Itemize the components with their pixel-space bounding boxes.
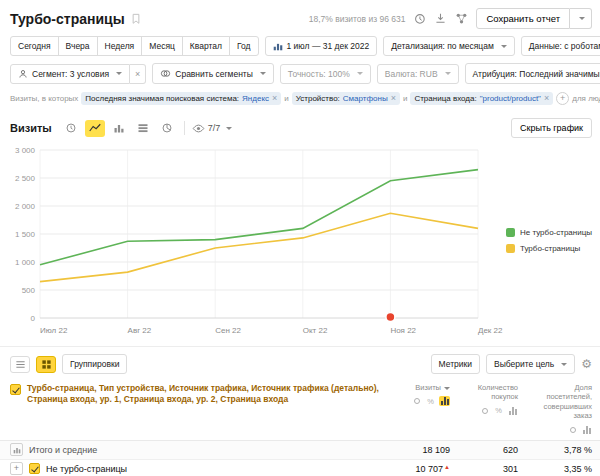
hide-chart-button[interactable]: Скрыть график [511,118,592,138]
row-checkbox[interactable] [29,463,40,474]
accuracy-select[interactable]: Точность: 100% [280,64,371,84]
save-report-dropdown[interactable] [570,8,592,29]
period-year[interactable]: Год [229,36,259,56]
y-axis-label: 3 000 [15,146,36,155]
filter-prefix: Визиты, в которых [10,94,78,103]
legend-label: Не турбо-страницы [520,228,592,237]
filter-chip-device[interactable]: Устройство: Смартфоны [292,92,400,105]
pie-chart-view-icon[interactable] [157,120,177,137]
visits-value: 18 109 [402,445,450,455]
line-chart-view-icon[interactable] [85,120,105,137]
table-view-icon[interactable] [36,356,56,373]
chart-area: 05001 0001 5002 0002 5003 000Июл 22Авг 2… [0,140,600,342]
period-today[interactable]: Сегодня [10,36,59,56]
attribution-select[interactable]: Атрибуция: Последний значимый переход КД [465,63,600,84]
remove-filter-icon[interactable] [391,95,396,102]
row-label[interactable]: Не турбо-страницы [46,464,127,474]
bars-icon[interactable] [439,396,450,406]
metrics-button[interactable]: Метрики [431,354,480,374]
table-body: Итого и средние 18 109 620 3,78 % Не тур… [0,441,600,476]
expand-row-icon[interactable] [10,462,23,475]
groupings-text: Турбо-страница, Тип устройства, Источник… [27,383,388,435]
chevron-down-icon [501,45,507,48]
add-visit-filter-icon[interactable] [556,92,569,105]
bar-chart-view-icon[interactable] [109,120,129,137]
column-title[interactable]: Доля посетителей, совершивших заказ [530,383,592,421]
column-title[interactable]: Количество покупок [462,383,518,402]
donut-icon[interactable] [567,425,578,435]
download-icon[interactable] [434,12,447,25]
share-value: 3,35 % [530,464,592,474]
y-axis-label: 2 500 [15,174,36,183]
share-icon[interactable] [455,12,468,25]
metrica-report-page: Турбо-страницы 18,7% визитов из 96 631 С… [0,0,600,476]
history-icon[interactable] [413,12,426,25]
purchases-value: 301 [462,464,518,474]
column-headers: Визиты Количество покупок Доля посетител… [402,383,592,435]
legend-swatch [506,228,515,237]
detail-select[interactable]: Детализация: по месяцам [383,36,515,56]
bars-icon[interactable] [581,425,592,435]
period-toolbar: Сегодня Вчера Неделя Месяц Квартал Год 1… [0,33,600,60]
display-mode-icons [479,406,518,416]
chart-controls: Визиты 7/7 Скрыть график [0,111,600,140]
legend-item[interactable]: Не турбо-страницы [506,228,598,237]
donut-icon[interactable] [479,406,490,416]
date-range-button[interactable]: 1 июл — 31 дек 2022 [265,36,378,56]
segment-button[interactable]: Сегмент: 3 условия [10,64,130,84]
x-axis-label: Ноя 22 [390,326,416,335]
percent-icon[interactable] [493,406,504,416]
filter-chip-search-system[interactable]: Последняя значимая поисковая система: Ян… [81,92,281,105]
filter-chip-value: Яндекс [242,94,269,103]
period-yesterday[interactable]: Вчера [58,36,98,56]
groupings-button[interactable]: Группировки [62,354,127,374]
visits-share-text: 18,7% визитов из 96 631 [309,14,406,24]
segment-toolbar: Сегмент: 3 условия Сравнить сегменты Точ… [0,60,600,88]
remove-filter-icon[interactable] [544,95,549,102]
filter-chip-value: Смартфоны [343,94,388,103]
chevron-down-icon [357,72,363,75]
legend-item[interactable]: Турбо-страницы [506,244,598,253]
remove-filter-icon[interactable] [272,95,277,102]
column-title[interactable]: Визиты [415,383,450,392]
chart-legend: Не турбо-страницыТурбо-страницы [506,142,598,342]
time-view-icon[interactable] [61,120,81,137]
visible-series-count: 7/7 [208,123,221,133]
filter-chip-label: Устройство: [296,94,340,103]
period-week[interactable]: Неделя [97,36,143,56]
x-axis-label: Авг 22 [128,326,152,335]
donut-icon[interactable] [411,396,422,406]
stacked-view-icon[interactable] [133,120,153,137]
groupings-checkbox[interactable] [10,384,21,395]
compare-segments-button[interactable]: Сравнить сегменты [152,63,274,84]
currency-select[interactable]: Валюта: RUB [377,64,459,84]
save-report-button[interactable]: Сохранить отчет [476,8,570,29]
share-value: 3,78 % [530,445,592,455]
page-title: Турбо-страницы [10,11,125,27]
table-header: Турбо-страница, Тип устройства, Источник… [0,380,600,441]
display-mode-icons [567,425,592,435]
chevron-down-icon [260,72,266,75]
purchases-value: 620 [462,445,518,455]
percent-icon[interactable] [425,396,436,406]
chart-annotation-dot[interactable] [386,313,395,322]
period-month[interactable]: Месяц [141,36,183,56]
chart-toggle-icon[interactable] [10,443,23,456]
segment-clear-icon[interactable] [130,64,146,84]
header-actions: 18,7% визитов из 96 631 Сохранить отчет [309,8,592,29]
bookmark-icon[interactable] [131,13,141,25]
filter-chip-landing-page[interactable]: Страница входа: "product/product" [410,92,553,105]
list-view-icon[interactable] [10,356,30,373]
bars-icon[interactable] [507,406,518,416]
visible-series-select[interactable]: 7/7 [192,122,233,135]
period-quarter[interactable]: Квартал [182,36,230,56]
row-label: Итого и средние [29,445,97,455]
gear-icon[interactable] [581,357,592,371]
table-row-totals: Итого и средние 18 109 620 3,78 % [0,441,600,460]
row-values: 10 707▲ 301 3,35 % [402,464,592,474]
row-values: 18 109 620 3,78 % [402,445,592,455]
x-axis-label: Окт 22 [303,326,328,335]
goal-select[interactable]: Выберите цель [486,354,575,374]
x-axis-label: Дек 22 [478,326,503,335]
data-mode-select[interactable]: Данные: с роботами [521,36,600,56]
